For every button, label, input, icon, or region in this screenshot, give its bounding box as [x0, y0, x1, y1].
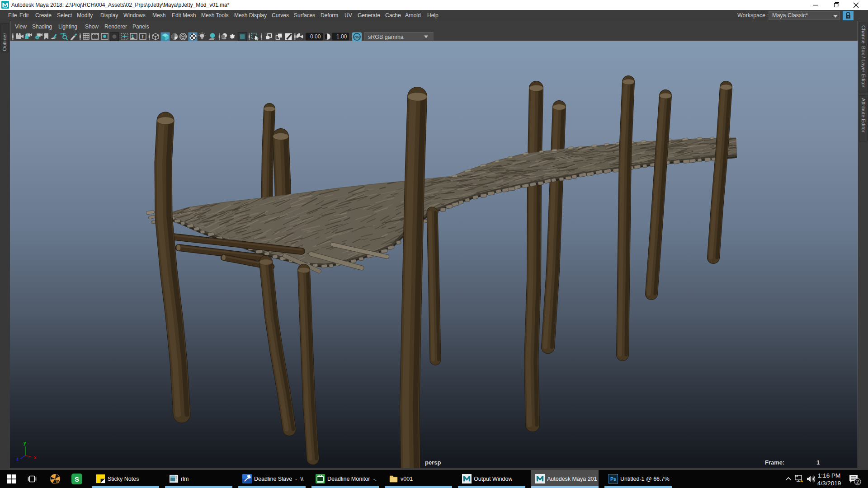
svg-text:Frame:: Frame: [765, 459, 784, 466]
svg-text:ON: ON [354, 35, 360, 39]
svg-text:x: x [34, 455, 37, 460]
svg-text:1: 1 [816, 459, 820, 466]
svg-text:T: T [142, 34, 145, 39]
svg-text:y: y [24, 441, 26, 446]
svg-text:Ps: Ps [610, 476, 616, 482]
svg-text:persp: persp [425, 459, 441, 466]
svg-text:z: z [16, 456, 19, 461]
svg-text:MAYA: MAYA [3, 7, 7, 9]
svg-text:1.00: 1.00 [336, 33, 347, 40]
svg-text:sRGB gamma: sRGB gamma [368, 34, 404, 40]
svg-text:0.00: 0.00 [310, 33, 321, 40]
svg-text:S: S [75, 475, 79, 483]
svg-text:2: 2 [856, 479, 859, 484]
